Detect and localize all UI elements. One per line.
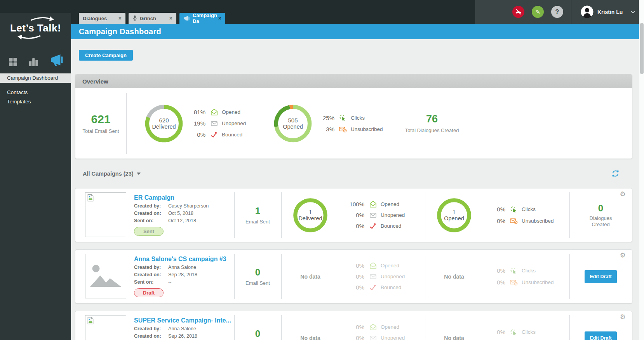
opened-legend: 25% Clicks 3% Unsubscribed: [317, 112, 383, 135]
clicks-icon: [509, 267, 519, 275]
help-button[interactable]: ?: [551, 6, 563, 18]
legend-pct: 0%: [487, 329, 505, 335]
bounce-arrow-icon: [368, 284, 378, 291]
total-email-sent-label: Total Email Sent: [83, 128, 119, 134]
apps-grid-icon[interactable]: [9, 58, 17, 66]
legend-pct: 0%: [346, 324, 364, 330]
topbar: Dialogues × Grinch × Campaign Da × ✎ ? K…: [71, 0, 639, 24]
sidebar-item-campaign-dashboard[interactable]: Campaign Dashboard: [0, 73, 71, 83]
delivered-donut: 620Delivered: [145, 105, 183, 143]
campaign-title-link[interactable]: ER Campaign: [134, 194, 209, 201]
tab-close-icon[interactable]: ×: [218, 15, 221, 21]
legend-label: Unopened: [381, 274, 405, 279]
legend-label: Opened: [222, 109, 240, 115]
email-sent-stat: 0 Email Sent: [234, 250, 281, 303]
refresh-button[interactable]: [611, 169, 620, 178]
broken-image-icon: [87, 196, 94, 203]
campaign-filter-dropdown[interactable]: All Campaigns (23): [83, 171, 141, 177]
tab-grinch[interactable]: Grinch ×: [129, 13, 176, 24]
tab-label: Campaign Da: [193, 12, 218, 24]
campaign-thumbnail: [85, 254, 126, 298]
no-data-text: No data: [444, 335, 464, 340]
megaphone-icon: [183, 16, 190, 21]
unsubscribed-icon: [509, 217, 519, 225]
meta-value: Sep 26, 2018: [168, 333, 197, 339]
envelope-open-icon: [368, 262, 378, 269]
broken-image-icon: [87, 319, 94, 326]
user-avatar[interactable]: [581, 5, 594, 18]
legend-pct: 0%: [346, 223, 364, 229]
tab-strip: Dialogues × Grinch × Campaign Da ×: [79, 13, 225, 24]
meta-value: Anna Salone: [168, 326, 196, 331]
meta-label: Created by:: [134, 265, 168, 270]
page-scrollbar[interactable]: [639, 0, 644, 340]
campaign-filter-label: All Campaigns (23): [83, 171, 134, 177]
edit-draft-button[interactable]: Edit Draft: [585, 270, 616, 283]
sidebar-item-templates[interactable]: Templates: [0, 97, 71, 106]
legend-pct: 25%: [317, 115, 334, 121]
create-campaign-button[interactable]: Create Campaign: [79, 50, 133, 61]
chevron-down-icon[interactable]: [630, 10, 635, 14]
legend-label: Unsubscribed: [522, 218, 554, 224]
caret-down-icon: [137, 173, 141, 175]
missed-call-button[interactable]: [512, 6, 524, 18]
email-sent-label: Email Sent: [245, 280, 270, 286]
campaign-list-bar: All Campaigns (23): [71, 159, 639, 188]
campaign-info: SUPER Service Campaign- Inte... Created …: [75, 311, 234, 340]
logo-text: Let’s Talk!: [3, 22, 68, 34]
envelope-closed-icon: [368, 273, 378, 280]
email-sent-stat: 0 Email Sent: [234, 311, 281, 340]
legend-label: Unsubscribed: [351, 126, 383, 132]
legend-row: 81% Opened: [188, 106, 246, 118]
user-name[interactable]: Kristin Lu: [597, 9, 623, 15]
no-data-text: No data: [300, 335, 320, 340]
compose-button[interactable]: ✎: [532, 6, 544, 18]
opened-section: No data 0%Clicks 0%Unsubscribed: [425, 311, 569, 340]
delivered-section: 1Delivered 100%Opened 0%Unopened 0%Bounc…: [281, 188, 425, 242]
campaign-row: ⚙ Anna Salone's CS campaign #3 Created b…: [75, 249, 632, 303]
legend-pct: 100%: [346, 201, 364, 207]
campaign-title-link[interactable]: Anna Salone's CS campaign #3: [134, 256, 226, 263]
envelope-closed-icon: [209, 120, 219, 127]
campaigns-megaphone-icon[interactable]: [49, 54, 64, 66]
sidebar-icon-nav: [0, 51, 71, 66]
dialogues-stat: 0 Dialogues Created: [569, 188, 632, 242]
campaign-title-link[interactable]: SUPER Service Campaign- Inte...: [134, 317, 231, 324]
legend-label: Opened: [381, 201, 399, 207]
sidebar-top-strip: [0, 0, 71, 13]
sidebar-item-contacts[interactable]: Contacts: [0, 88, 71, 97]
sidebar: Let’s Talk! Campaign Dashboard Contacts …: [0, 0, 71, 340]
reports-bars-icon[interactable]: [29, 58, 38, 66]
scrollbar-thumb[interactable]: [640, 23, 644, 74]
legend-pct: 0%: [487, 218, 505, 224]
tab-campaign-dashboard[interactable]: Campaign Da ×: [179, 13, 225, 24]
clicks-icon: [338, 114, 348, 122]
envelope-closed-icon: [368, 211, 378, 219]
status-badge: Sent: [134, 227, 164, 236]
clicks-icon: [509, 328, 519, 336]
unsubscribed-icon: [338, 126, 348, 133]
total-dialogues-value: 76: [391, 113, 473, 125]
tab-dialogues[interactable]: Dialogues ×: [79, 13, 125, 24]
delivered-section: 620Delivered 81% Opened 19% Unopened 0%: [127, 93, 259, 154]
edit-draft-button[interactable]: Edit Draft: [585, 331, 616, 340]
opened-donut: 1Opened: [437, 198, 471, 232]
legend-label: Opened: [381, 263, 399, 269]
legend-row: 3% Unsubscribed: [317, 124, 383, 135]
unsubscribed-icon: [509, 279, 519, 286]
tab-close-icon[interactable]: ×: [116, 15, 122, 21]
opened-legend: 0%Clicks 0%Unsubscribed: [487, 204, 554, 227]
delivered-legend: 0%Opened 0%Unopened 0%Bounced: [346, 322, 405, 340]
campaign-info: Anna Salone's CS campaign #3 Created by:…: [75, 250, 234, 303]
main-content: Create Campaign Overview 621 Total Email…: [71, 39, 639, 340]
legend-label: Opened: [381, 324, 399, 330]
total-dialogues-stat: 76 Total Dialogues Created: [391, 88, 632, 159]
legend-label: Bounced: [381, 223, 401, 229]
tab-close-icon[interactable]: ×: [167, 15, 172, 21]
opened-section: 505Opened 25% Clicks 3% Unsubscribed: [259, 93, 391, 154]
meta-label: Sent on:: [134, 279, 168, 285]
opened-section: 1Opened 0%Clicks 0%Unsubscribed: [425, 188, 569, 242]
legend-label: Clicks: [522, 268, 536, 274]
legend-label: Unopened: [381, 335, 405, 340]
bounce-arrow-icon: [368, 222, 378, 230]
